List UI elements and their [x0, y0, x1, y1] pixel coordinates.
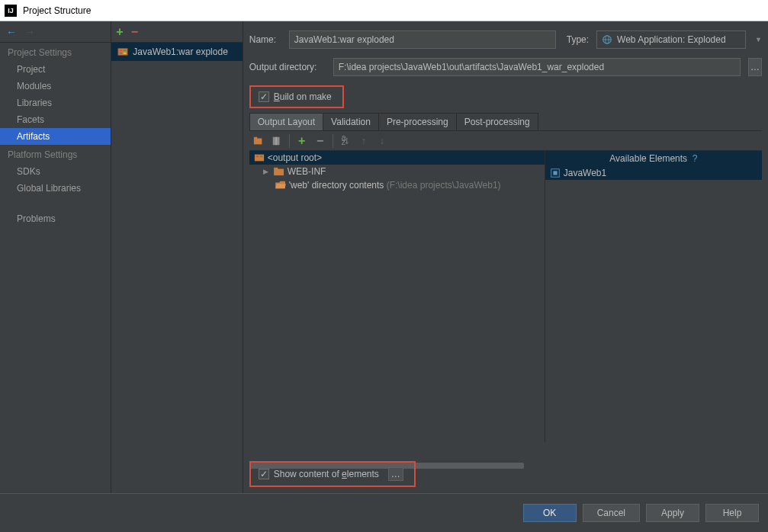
sidebar-item-libraries[interactable]: Libraries — [0, 95, 111, 111]
output-dir-label: Output directory: — [249, 62, 326, 72]
output-dir-input[interactable] — [333, 58, 741, 76]
cancel-button[interactable]: Cancel — [583, 504, 640, 522]
folder-open-icon — [275, 181, 286, 190]
available-help-icon[interactable]: ? — [692, 153, 698, 164]
help-button[interactable]: Help — [705, 504, 759, 522]
svg-rect-15 — [255, 155, 259, 157]
svg-rect-2 — [124, 50, 127, 51]
section-project-settings: Project Settings — [0, 43, 111, 61]
app-icon: IJ — [5, 5, 17, 17]
svg-rect-9 — [254, 136, 257, 139]
svg-text:z: z — [341, 137, 345, 146]
sidebar-item-artifacts[interactable]: Artifacts — [0, 128, 111, 145]
sidebar: ← → Project Settings Project Modules Lib… — [0, 21, 111, 493]
tab-pre-processing[interactable]: Pre-processing — [378, 113, 457, 130]
artifact-label: JavaWeb1:war explode — [133, 46, 228, 57]
artifact-list-item[interactable]: JavaWeb1:war explode — [111, 43, 242, 61]
svg-rect-0 — [118, 49, 127, 56]
sort-icon[interactable]: az — [339, 135, 352, 147]
module-icon — [550, 168, 561, 178]
folder-icon — [274, 167, 284, 176]
highlight-build-on-make: ✓ Build on make — [249, 85, 344, 108]
svg-rect-17 — [274, 169, 284, 176]
show-content-label: Show content of elements — [274, 469, 379, 479]
available-module-label: JavaWeb1 — [564, 168, 606, 178]
section-platform-settings: Platform Settings — [0, 145, 111, 163]
move-down-icon[interactable]: ↓ — [376, 135, 388, 147]
browse-output-dir-button[interactable]: … — [748, 58, 762, 76]
artifact-icon — [117, 46, 128, 57]
window-title: Project Structure — [23, 5, 91, 16]
type-dropdown-arrow-icon[interactable]: ▼ — [755, 36, 762, 43]
tree-webdir-label: 'web' directory contents (F:\idea projec… — [289, 180, 501, 191]
move-up-icon[interactable]: ↑ — [358, 135, 370, 147]
web-app-icon — [602, 34, 612, 45]
sidebar-item-modules[interactable]: Modules — [0, 78, 111, 95]
svg-rect-1 — [120, 50, 123, 51]
artifact-root-icon — [254, 152, 265, 163]
svg-rect-4 — [124, 53, 127, 54]
tree-webinf-label: WEB-INF — [288, 166, 326, 177]
available-elements-panel: Available Elements ? JavaWeb1 — [545, 151, 762, 442]
back-arrow-icon[interactable]: ← — [6, 26, 17, 38]
layout-toolbar: + − az ↑ ↓ — [249, 131, 762, 151]
svg-rect-20 — [553, 171, 557, 175]
forward-arrow-icon[interactable]: → — [24, 26, 35, 38]
tree-webinf[interactable]: ▶ WEB-INF — [249, 165, 545, 178]
show-content-checkbox[interactable]: ✓ — [259, 469, 269, 479]
type-dropdown[interactable]: Web Application: Exploded — [596, 30, 746, 49]
tree-output-root[interactable]: <output root> — [249, 151, 545, 165]
apply-button[interactable]: Apply — [646, 504, 699, 522]
add-artifact-icon[interactable]: + — [116, 25, 123, 39]
ok-button[interactable]: OK — [523, 504, 577, 522]
svg-rect-14 — [255, 155, 264, 162]
dialog-footer: OK Cancel Apply Help — [0, 493, 768, 531]
available-elements-label: Available Elements — [609, 153, 687, 164]
svg-rect-8 — [254, 138, 262, 144]
svg-rect-18 — [274, 168, 278, 170]
remove-layout-icon[interactable]: − — [314, 135, 326, 147]
available-module[interactable]: JavaWeb1 — [545, 166, 762, 180]
add-layout-icon[interactable]: + — [296, 135, 308, 147]
type-label: Type: — [567, 34, 589, 45]
remove-artifact-icon[interactable]: − — [131, 25, 138, 39]
svg-rect-16 — [260, 155, 263, 157]
sidebar-toolbar: ← → — [0, 21, 111, 43]
name-input[interactable] — [289, 30, 556, 49]
sidebar-item-problems[interactable]: Problems — [0, 210, 111, 227]
titlebar: IJ Project Structure — [0, 0, 768, 21]
new-folder-icon[interactable] — [252, 135, 265, 147]
show-content-more-button[interactable]: … — [388, 467, 403, 481]
sidebar-item-global-libraries[interactable]: Global Libraries — [0, 180, 111, 197]
new-archive-icon[interactable] — [271, 135, 283, 147]
tree-webdir-contents[interactable]: 'web' directory contents (F:\idea projec… — [249, 178, 545, 192]
build-on-make-label: Build on make — [274, 91, 332, 102]
type-value: Web Application: Exploded — [617, 34, 726, 45]
artifacts-toolbar: + − — [111, 21, 242, 43]
tree-root-label: <output root> — [268, 152, 322, 163]
name-label: Name: — [249, 34, 281, 45]
artifacts-list-panel: + − JavaWeb1:war explode — [111, 21, 243, 493]
svg-rect-3 — [120, 53, 123, 54]
tab-output-layout[interactable]: Output Layout — [249, 113, 323, 130]
tabs: Output Layout Validation Pre-processing … — [249, 113, 762, 131]
sidebar-item-project[interactable]: Project — [0, 61, 111, 78]
build-on-make-checkbox[interactable]: ✓ — [259, 91, 269, 102]
artifact-detail-panel: Name: Type: Web Application: Exploded ▼ … — [243, 21, 768, 493]
expand-icon[interactable]: ▶ — [263, 168, 271, 175]
sidebar-item-facets[interactable]: Facets — [0, 111, 111, 128]
output-layout-tree[interactable]: <output root> ▶ WEB-INF 'web' directory … — [249, 151, 545, 442]
tab-validation[interactable]: Validation — [323, 113, 379, 130]
highlight-show-content: ✓ Show content of elements … — [249, 461, 416, 487]
tab-post-processing[interactable]: Post-processing — [456, 113, 538, 130]
sidebar-item-sdks[interactable]: SDKs — [0, 163, 111, 180]
